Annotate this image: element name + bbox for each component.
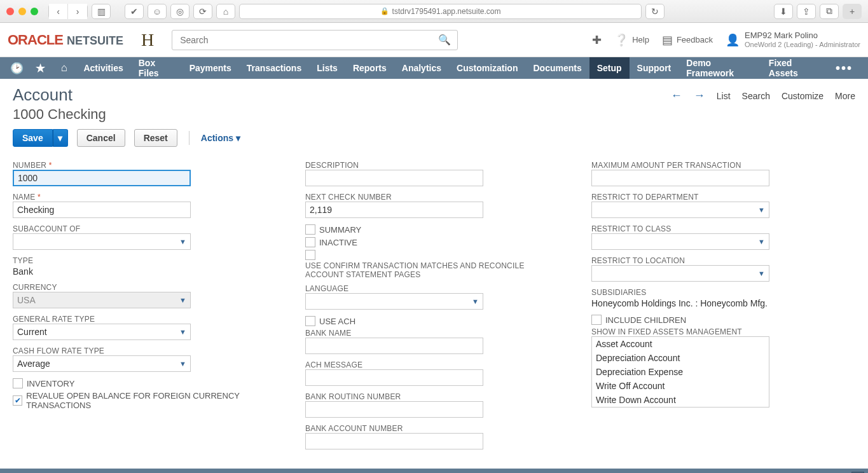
maxamt-input[interactable] [591,170,769,186]
shield-icon[interactable]: ✔︎ [125,4,144,19]
nav-item-customization[interactable]: Customization [449,57,525,79]
browser-chrome: ‹ › ▥ ✔︎ ☺ ◎ ⟳ ⌂ 🔒 tstdrv1795491.app.net… [0,0,868,23]
inactive-checkbox[interactable] [305,237,315,247]
link-customize[interactable]: Customize [782,91,823,101]
chevron-down-icon: ▼ [472,298,479,305]
chevron-down-icon: ▼ [758,238,765,245]
nav-more[interactable]: ••• [825,61,863,76]
nav-item-box-files[interactable]: Box Files [131,57,182,79]
useconfirm-checkbox[interactable] [305,250,315,260]
nav-item-analytics[interactable]: Analytics [394,57,449,79]
nav-item-documents[interactable]: Documents [525,57,589,79]
name-input[interactable]: Checking [13,202,191,218]
chevron-down-icon: ▾ [236,133,240,143]
subs-value: Honeycomb Holdings Inc. : Honeycomb Mfg. [591,297,855,308]
revalue-checkbox[interactable]: ✔ [13,395,22,406]
rclass-select[interactable]: ▼ [591,233,769,250]
tabs-icon[interactable]: ⧉ [820,4,839,19]
chevron-down-icon: ▼ [758,270,765,277]
fa-option[interactable]: Depreciation Expense [592,365,769,379]
target-icon[interactable]: ◎ [170,4,189,19]
ghost-icon[interactable]: ☺ [148,4,167,19]
cashflow-rate-select[interactable]: Average ▼ [13,355,191,372]
fa-option[interactable]: Asset Account [592,337,769,351]
favorites-icon[interactable]: ★ [29,62,52,75]
share-icon[interactable]: ⇪ [797,4,816,19]
url-bar[interactable]: 🔒 tstdrv1795491.app.netsuite.com [239,4,642,19]
nav-item-activities[interactable]: Activities [76,57,130,79]
fa-option[interactable]: Write Off Account [592,379,769,393]
actions-menu[interactable]: Actions ▾ [201,133,240,143]
chevron-down-icon: ▼ [179,296,186,304]
next-record-icon[interactable]: → [694,89,705,102]
home-nav-icon[interactable]: ⌂ [52,62,76,74]
general-rate-select[interactable]: Current ▼ [13,324,191,340]
routing-input[interactable] [305,401,483,418]
back-button[interactable]: ‹ [49,4,68,19]
subaccount-select[interactable]: ▼ [13,233,191,250]
useach-label: USE ACH [319,317,355,326]
nav-item-payments[interactable]: Payments [182,57,239,79]
home-icon[interactable]: ⌂ [216,4,235,19]
search-input[interactable] [179,34,438,46]
forward-button[interactable]: › [68,4,87,19]
showfa-multiselect[interactable]: Asset AccountDepreciation AccountDepreci… [591,336,769,408]
download-icon[interactable]: ⬇ [774,4,793,19]
subs-label: SUBSIDIARIES [591,288,855,297]
description-input[interactable] [305,170,483,186]
divider [189,131,189,145]
number-label: NUMBER [13,161,293,170]
feedback-icon: ▤ [662,33,673,47]
help-icon: ❔ [614,33,628,47]
achmsg-input[interactable] [305,369,483,386]
acctnum-input[interactable] [305,433,483,449]
minimize-window-icon[interactable] [18,8,26,15]
nextcheck-input[interactable]: 2,119 [305,202,483,218]
rloc-label: RESTRICT TO LOCATION [591,256,855,265]
useach-checkbox[interactable] [305,316,315,326]
acctnum-label: BANK ACCOUNT NUMBER [305,424,579,433]
include-children-checkbox[interactable] [591,315,602,325]
currency-value: USA [17,295,36,305]
refresh-icon[interactable]: ⟳ [193,4,212,19]
search-icon[interactable]: 🔍 [438,34,451,46]
cancel-button[interactable]: Cancel [77,129,125,147]
global-search[interactable]: 🔍 [172,30,458,50]
link-more[interactable]: More [835,91,855,101]
link-list[interactable]: List [717,91,731,101]
nav-item-setup[interactable]: Setup [589,57,630,79]
link-search[interactable]: Search [742,91,770,101]
nav-item-support[interactable]: Support [630,57,679,79]
rdept-select[interactable]: ▼ [591,202,769,218]
feedback-link[interactable]: ▤ Feedback [662,33,713,47]
recent-icon[interactable]: 🕑 [5,62,29,75]
bankname-input[interactable] [305,338,483,354]
save-button[interactable]: Save [13,129,53,147]
fa-option[interactable]: Write Down Account [592,393,769,407]
new-tab-icon[interactable]: + [843,4,862,19]
prev-record-icon[interactable]: ← [671,89,682,102]
rloc-select[interactable]: ▼ [591,265,769,282]
nav-item-reports[interactable]: Reports [345,57,394,79]
puzzle-icon[interactable]: ✚ [592,33,602,47]
language-select[interactable]: ▼ [305,293,483,310]
nav-item-lists[interactable]: Lists [309,57,345,79]
sidebar-toggle-icon[interactable]: ▥ [92,4,111,19]
user-menu[interactable]: 👤 EMP92 Mark Polino OneWorld 2 (Leading)… [726,31,860,49]
type-value: Bank [13,265,293,277]
inventory-checkbox[interactable] [13,378,23,388]
number-input[interactable]: 1000 [13,170,191,186]
fa-option[interactable]: Depreciation Account [592,351,769,365]
nav-item-demo-framework[interactable]: Demo Framework [679,57,761,79]
reload-icon[interactable]: ↻ [645,4,665,19]
maximize-window-icon[interactable] [31,8,38,15]
nav-item-fixed-assets[interactable]: Fixed Assets [761,57,825,79]
nav-item-transactions[interactable]: Transactions [239,57,309,79]
logo[interactable]: ORACLE NETSUITE [8,32,123,48]
reset-button[interactable]: Reset [134,129,177,147]
user-name: EMP92 Mark Polino [745,31,860,41]
close-window-icon[interactable] [6,8,14,15]
save-dropdown[interactable]: ▾ [53,129,68,147]
help-link[interactable]: ❔ Help [614,33,649,47]
summary-checkbox[interactable] [305,224,315,235]
